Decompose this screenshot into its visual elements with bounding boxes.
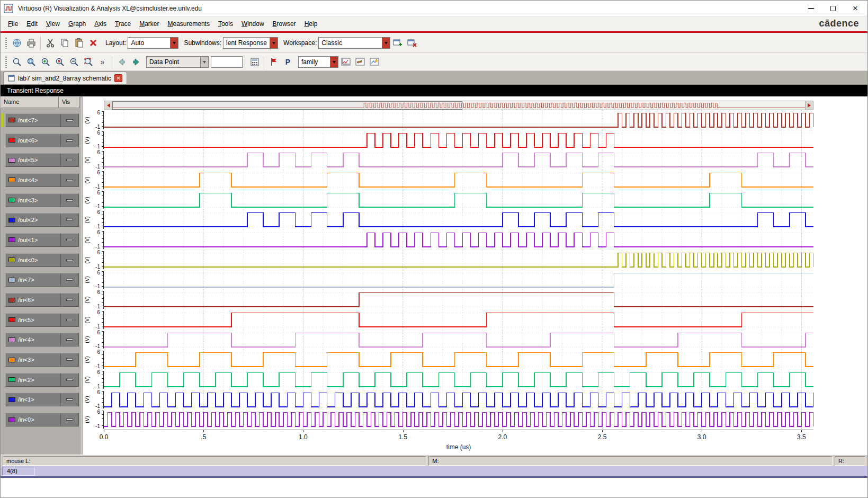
name-column-header[interactable]: Name xyxy=(1,96,59,108)
signal-visibility-toggle[interactable] xyxy=(60,333,78,346)
signal-row[interactable]: /in<3> xyxy=(1,350,80,370)
close-window-button[interactable] xyxy=(405,35,419,50)
menu-item-browser[interactable]: Browser xyxy=(269,17,300,30)
p-marker-button[interactable]: P xyxy=(281,55,295,69)
signal-row[interactable]: /in<5> xyxy=(1,310,80,330)
waveform-strip[interactable]: (V)6-1 xyxy=(83,350,867,370)
signal-row[interactable]: /in<6> xyxy=(1,290,80,310)
waveform-strip[interactable]: (V)6-1 xyxy=(83,170,867,190)
tab-schematic[interactable]: lab7 sim_and2_8array schematic ✕ xyxy=(3,72,127,84)
waveform-canvas[interactable] xyxy=(104,310,813,330)
zoom-in-button[interactable] xyxy=(38,55,52,69)
signal-chip[interactable]: /out<2> xyxy=(5,213,79,227)
layout-dropdown-arrow-icon[interactable] xyxy=(170,38,178,48)
waveform-strip[interactable]: (V)6-1 xyxy=(83,370,867,390)
signal-chip[interactable]: /out<1> xyxy=(5,233,79,247)
zoom-fit-button[interactable] xyxy=(10,55,24,69)
menu-item-view[interactable]: View xyxy=(42,17,64,30)
subwindows-dropdown-arrow-icon[interactable] xyxy=(270,38,278,48)
copy-button[interactable] xyxy=(57,35,71,50)
close-button[interactable]: × xyxy=(844,1,866,16)
signal-chip[interactable]: /in<3> xyxy=(5,353,79,367)
menu-item-edit[interactable]: Edit xyxy=(22,17,42,30)
menu-item-axis[interactable]: Axis xyxy=(90,17,111,30)
menu-item-tools[interactable]: Tools xyxy=(214,17,237,30)
menu-item-measurements[interactable]: Measurements xyxy=(164,17,214,30)
signal-row[interactable]: /out<4> xyxy=(1,170,80,190)
menu-item-window[interactable]: Window xyxy=(237,17,269,30)
zoom-x-button[interactable] xyxy=(52,55,67,69)
overview-scrollbar[interactable] xyxy=(104,101,813,110)
waveform-strip[interactable]: (V)6-1 xyxy=(83,150,867,170)
cut-button[interactable] xyxy=(43,35,57,50)
signal-row[interactable]: /out<2> xyxy=(1,210,80,230)
signal-visibility-toggle[interactable] xyxy=(60,254,78,266)
waveform-canvas[interactable] xyxy=(104,250,813,270)
waveform-canvas[interactable] xyxy=(104,410,813,430)
signal-row[interactable]: /in<0> xyxy=(1,410,80,430)
waveform-canvas[interactable] xyxy=(104,350,813,370)
forward-button[interactable] xyxy=(129,55,143,69)
waveform-canvas[interactable] xyxy=(104,370,813,390)
signal-row[interactable]: /out<1> xyxy=(1,230,80,250)
waveform-canvas[interactable] xyxy=(104,330,813,350)
zoom-out-button[interactable] xyxy=(67,55,81,69)
signal-chip[interactable]: /in<4> xyxy=(5,333,79,346)
paste-button[interactable] xyxy=(71,35,86,50)
signal-visibility-toggle[interactable] xyxy=(60,214,78,226)
tab-close-button[interactable]: ✕ xyxy=(114,74,122,82)
overview-track[interactable] xyxy=(112,101,805,110)
waveform-canvas[interactable] xyxy=(104,390,813,410)
waveform-strip[interactable]: (V)6-1 xyxy=(83,190,867,210)
signal-row[interactable]: /out<0> xyxy=(1,250,80,270)
signal-visibility-toggle[interactable] xyxy=(60,194,78,207)
waveform-strip[interactable]: (V)6-1 xyxy=(83,410,867,430)
back-button[interactable] xyxy=(114,55,129,69)
signal-chip[interactable]: /in<0> xyxy=(5,413,79,426)
waveform-canvas[interactable] xyxy=(104,270,813,290)
scroll-left-button[interactable] xyxy=(104,101,112,110)
family-combo[interactable]: family xyxy=(298,56,338,68)
waveform-canvas[interactable] xyxy=(104,290,813,310)
maximize-button[interactable] xyxy=(822,1,844,16)
signal-chip[interactable]: /out<6> xyxy=(5,134,79,147)
mode-dropdown-arrow-icon[interactable] xyxy=(200,57,208,67)
graph-star-button[interactable] xyxy=(367,55,381,69)
workspace-dropdown-arrow-icon[interactable] xyxy=(382,38,390,48)
waveform-canvas[interactable] xyxy=(104,210,813,230)
signal-visibility-toggle[interactable] xyxy=(60,413,78,426)
menu-item-trace[interactable]: Trace xyxy=(111,17,135,30)
workspace-combo[interactable]: Classic xyxy=(318,37,390,49)
signal-chip[interactable]: /in<7> xyxy=(5,273,79,287)
overflow-button[interactable]: » xyxy=(95,55,110,69)
signal-chip[interactable]: /in<6> xyxy=(5,293,79,307)
signal-chip[interactable]: /out<3> xyxy=(5,193,79,207)
signal-visibility-toggle[interactable] xyxy=(60,393,78,406)
zoom-window-button[interactable] xyxy=(24,55,38,69)
waveform-strip[interactable]: (V)6-1 xyxy=(83,390,867,410)
vis-column-header[interactable]: Vis xyxy=(59,96,80,108)
flag-button[interactable] xyxy=(266,55,281,69)
signal-row[interactable]: /in<7> xyxy=(1,270,80,290)
toolbar-grip[interactable] xyxy=(5,37,7,49)
print-button[interactable] xyxy=(24,35,38,50)
delete-button[interactable] xyxy=(86,35,100,50)
signal-chip[interactable]: /out<5> xyxy=(5,153,79,167)
signal-visibility-toggle[interactable] xyxy=(60,234,78,246)
waveform-strip[interactable]: (V)6-1 xyxy=(83,290,867,310)
signal-row[interactable]: /in<4> xyxy=(1,330,80,350)
signal-row[interactable]: /out<5> xyxy=(1,150,80,170)
menu-item-file[interactable]: File xyxy=(4,17,22,30)
new-window-button[interactable] xyxy=(390,35,405,50)
menu-item-graph[interactable]: Graph xyxy=(64,17,90,30)
signal-visibility-toggle[interactable] xyxy=(60,174,78,186)
signal-row[interactable]: /in<2> xyxy=(1,370,80,390)
scroll-right-button[interactable] xyxy=(805,101,813,110)
signal-chip[interactable]: /in<2> xyxy=(5,373,79,387)
signal-row[interactable]: /out<3> xyxy=(1,190,80,210)
waveform-canvas[interactable] xyxy=(104,110,813,130)
mouse-mode-combo[interactable]: Data Point xyxy=(146,56,209,68)
signal-visibility-toggle[interactable] xyxy=(60,314,78,326)
signal-visibility-toggle[interactable] xyxy=(60,114,78,127)
menu-item-marker[interactable]: Marker xyxy=(135,17,163,30)
